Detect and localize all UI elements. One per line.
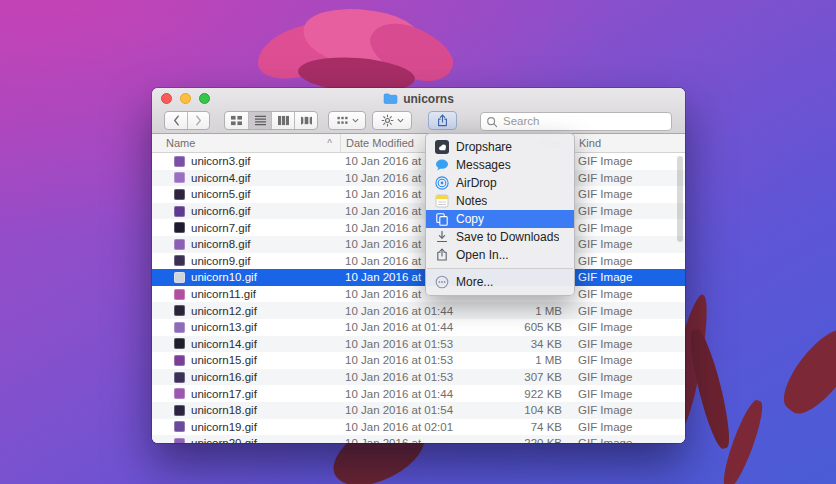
file-name: unicorn10.gif bbox=[191, 271, 257, 283]
file-thumbnail-icon bbox=[174, 372, 185, 383]
table-row[interactable]: unicorn12.gif10 Jan 2016 at 01:441 MBGIF… bbox=[152, 302, 685, 319]
table-row[interactable]: unicorn20.gif10 Jan 2016 at220 KBGIF Ima… bbox=[152, 435, 685, 443]
file-thumbnail-icon bbox=[174, 305, 185, 316]
table-row[interactable]: unicorn9.gif10 Jan 2016 atGIF Image bbox=[152, 253, 685, 270]
file-date-modified: 10 Jan 2016 at 01:53 bbox=[340, 354, 470, 366]
search-icon bbox=[486, 114, 498, 132]
file-name: unicorn12.gif bbox=[191, 305, 257, 317]
menu-item-label: Dropshare bbox=[456, 140, 512, 154]
file-name-cell: unicorn11.gif bbox=[152, 288, 340, 300]
file-thumbnail-icon bbox=[174, 156, 185, 167]
messages-icon bbox=[435, 158, 449, 172]
window-title: unicorns bbox=[383, 92, 454, 106]
file-kind: GIF Image bbox=[567, 205, 685, 217]
window-chrome: unicorns bbox=[152, 88, 685, 134]
file-name: unicorn11.gif bbox=[191, 288, 256, 300]
share-menu-item-messages[interactable]: Messages bbox=[426, 156, 574, 174]
action-button[interactable] bbox=[372, 111, 412, 130]
file-thumbnail-icon bbox=[174, 405, 185, 416]
back-button[interactable] bbox=[165, 112, 187, 129]
menu-item-label: Save to Downloads bbox=[456, 230, 559, 244]
menu-item-label: Open In... bbox=[456, 248, 509, 262]
close-button[interactable] bbox=[161, 93, 172, 104]
file-kind: GIF Image bbox=[567, 338, 685, 350]
minimize-button[interactable] bbox=[180, 93, 191, 104]
table-row[interactable]: unicorn17.gif10 Jan 2016 at 01:44922 KBG… bbox=[152, 385, 685, 402]
chevron-right-icon bbox=[197, 116, 201, 125]
menu-item-label: Notes bbox=[456, 194, 487, 208]
file-name: unicorn5.gif bbox=[191, 188, 250, 200]
table-row[interactable]: unicorn4.gif10 Jan 2016 atGIF Image bbox=[152, 170, 685, 187]
share-menu-item-airdrop[interactable]: AirDrop bbox=[426, 174, 574, 192]
column-header-kind[interactable]: Kind bbox=[567, 134, 685, 152]
chevron-down-icon bbox=[352, 118, 359, 123]
table-row[interactable]: unicorn8.gif10 Jan 2016 atGIF Image bbox=[152, 236, 685, 253]
file-name-cell: unicorn16.gif bbox=[152, 371, 340, 383]
file-name: unicorn9.gif bbox=[191, 255, 250, 267]
desktop-background: unicorns bbox=[0, 0, 836, 484]
file-name: unicorn20.gif bbox=[191, 437, 257, 443]
column-header-name[interactable]: Name ^ bbox=[152, 134, 340, 152]
file-name-cell: unicorn15.gif bbox=[152, 354, 340, 366]
vertical-scrollbar-thumb[interactable] bbox=[677, 156, 683, 242]
file-thumbnail-icon bbox=[174, 206, 185, 217]
file-name-cell: unicorn13.gif bbox=[152, 321, 340, 333]
table-row[interactable]: unicorn10.gif10 Jan 2016 atGIF Image bbox=[152, 269, 685, 286]
table-row[interactable]: unicorn19.gif10 Jan 2016 at 02:0174 KBGI… bbox=[152, 419, 685, 436]
column-view-button[interactable] bbox=[271, 112, 294, 129]
file-name-cell: unicorn10.gif bbox=[152, 271, 340, 283]
titlebar[interactable]: unicorns bbox=[152, 88, 685, 109]
share-menu-item-copy[interactable]: Copy bbox=[426, 210, 574, 228]
file-kind: GIF Image bbox=[567, 421, 685, 433]
file-kind: GIF Image bbox=[567, 388, 685, 400]
file-thumbnail-icon bbox=[174, 272, 185, 283]
file-name-cell: unicorn9.gif bbox=[152, 255, 340, 267]
arrange-grid-icon bbox=[336, 115, 349, 126]
table-row[interactable]: unicorn13.gif10 Jan 2016 at 01:44605 KBG… bbox=[152, 319, 685, 336]
file-kind: GIF Image bbox=[567, 404, 685, 416]
folder-icon bbox=[383, 93, 398, 104]
view-switcher bbox=[224, 111, 318, 130]
file-thumbnail-icon bbox=[174, 338, 185, 349]
coverflow-view-button[interactable] bbox=[294, 112, 317, 129]
table-row[interactable]: unicorn16.gif10 Jan 2016 at 01:53307 KBG… bbox=[152, 369, 685, 386]
table-row[interactable]: unicorn11.gif10 Jan 2016 atGIF Image bbox=[152, 286, 685, 303]
file-thumbnail-icon bbox=[174, 239, 185, 250]
arrange-button[interactable] bbox=[328, 111, 366, 130]
file-kind: GIF Image bbox=[567, 354, 685, 366]
finder-window: unicorns bbox=[152, 88, 685, 443]
share-menu-item-more[interactable]: More... bbox=[426, 273, 574, 291]
table-row[interactable]: unicorn18.gif10 Jan 2016 at 01:54104 KBG… bbox=[152, 402, 685, 419]
file-thumbnail-icon bbox=[174, 438, 185, 443]
share-icon bbox=[436, 114, 449, 127]
zoom-button[interactable] bbox=[199, 93, 210, 104]
search-input[interactable] bbox=[480, 112, 672, 131]
table-row[interactable]: unicorn7.gif10 Jan 2016 atGIF Image bbox=[152, 219, 685, 236]
download-icon bbox=[435, 230, 449, 244]
toolbar bbox=[152, 109, 685, 133]
share-menu-item-save-to-downloads[interactable]: Save to Downloads bbox=[426, 228, 574, 246]
list-view-button[interactable] bbox=[248, 112, 271, 129]
open-in-icon bbox=[435, 248, 449, 262]
share-button[interactable] bbox=[428, 111, 457, 130]
file-date-modified: 10 Jan 2016 at 01:44 bbox=[340, 305, 470, 317]
table-row[interactable]: unicorn6.gif10 Jan 2016 atGIF Image bbox=[152, 203, 685, 220]
file-list: unicorn3.gif10 Jan 2016 atGIF Imageunico… bbox=[152, 153, 685, 443]
file-kind: GIF Image bbox=[567, 238, 685, 250]
table-row[interactable]: unicorn3.gif10 Jan 2016 atGIF Image bbox=[152, 153, 685, 170]
file-kind: GIF Image bbox=[567, 222, 685, 234]
share-menu-item-notes[interactable]: Notes bbox=[426, 192, 574, 210]
column-view-icon bbox=[277, 115, 290, 126]
table-row[interactable]: unicorn15.gif10 Jan 2016 at 01:531 MBGIF… bbox=[152, 352, 685, 369]
file-kind: GIF Image bbox=[567, 271, 685, 283]
list-view-icon bbox=[254, 115, 267, 126]
icon-view-button[interactable] bbox=[225, 112, 248, 129]
forward-button[interactable] bbox=[187, 112, 209, 129]
file-name: unicorn13.gif bbox=[191, 321, 257, 333]
table-row[interactable]: unicorn5.gif10 Jan 2016 atGIF Image bbox=[152, 186, 685, 203]
window-title-text: unicorns bbox=[403, 92, 454, 106]
file-size: 34 KB bbox=[470, 338, 567, 350]
table-row[interactable]: unicorn14.gif10 Jan 2016 at 01:5334 KBGI… bbox=[152, 336, 685, 353]
share-menu-item-dropshare[interactable]: Dropshare bbox=[426, 138, 574, 156]
share-menu-item-open-in[interactable]: Open In... bbox=[426, 246, 574, 264]
